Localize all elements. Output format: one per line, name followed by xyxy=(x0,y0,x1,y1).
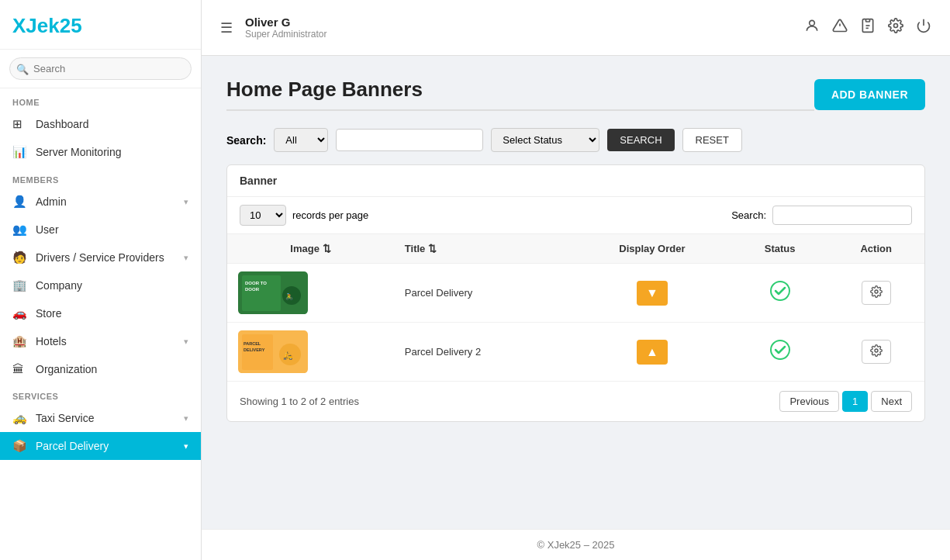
sidebar-item-taxi-service[interactable]: 🚕 Taxi Service ▾ xyxy=(0,404,201,432)
display-order-1: ▼ xyxy=(572,264,732,323)
svg-point-22 xyxy=(771,340,789,359)
clipboard-icon[interactable] xyxy=(860,18,876,37)
svg-point-6 xyxy=(894,24,898,28)
records-label: records per page xyxy=(292,209,368,221)
profile-icon[interactable] xyxy=(804,18,820,37)
taxi-icon: 🚕 xyxy=(12,411,28,425)
sidebar-item-label: Drivers / Service Providers xyxy=(36,251,184,264)
display-order-up-button-2[interactable]: ▲ xyxy=(637,340,668,365)
filter-text-input[interactable] xyxy=(336,129,483,151)
brand-name-prefix: XJek xyxy=(12,14,60,37)
table-card-title: Banner xyxy=(227,165,924,197)
topbar-actions xyxy=(804,18,931,37)
svg-rect-17 xyxy=(242,334,273,370)
svg-text:🚴: 🚴 xyxy=(285,292,293,300)
svg-text:DELIVERY: DELIVERY xyxy=(244,347,265,352)
col-title[interactable]: Title ⇅ xyxy=(394,234,572,264)
chevron-down-icon: ▾ xyxy=(184,413,188,423)
store-icon: 🚗 xyxy=(12,306,28,320)
table-row: PARCEL DELIVERY 🛵 Parcel Delivery 2 ▲ xyxy=(227,323,924,382)
power-icon[interactable] xyxy=(916,18,931,37)
banner-svg-1: DOOR TO DOOR 🚴 xyxy=(239,272,307,314)
next-page-button[interactable]: Next xyxy=(871,391,912,412)
table-search-input[interactable] xyxy=(772,206,912,225)
sidebar-search-section: 🔍 xyxy=(0,50,201,88)
filter-status-select[interactable]: Select Status Active Inactive xyxy=(491,128,599,152)
sidebar-item-user[interactable]: 👥 User xyxy=(0,216,201,244)
add-banner-button[interactable]: ADD BANNER xyxy=(814,79,925,110)
svg-point-14 xyxy=(771,282,789,300)
sidebar-item-dashboard[interactable]: ⊞ Dashboard xyxy=(0,110,201,138)
filter-label: Search: xyxy=(226,134,266,147)
banner-image-1: DOOR TO DOOR 🚴 xyxy=(238,271,308,314)
banner-image-2: PARCEL DELIVERY 🛵 xyxy=(238,330,308,373)
drivers-icon: 🧑 xyxy=(12,251,28,264)
organization-icon: 🏛 xyxy=(12,362,28,375)
search-input[interactable] xyxy=(9,57,192,80)
banner-image-cell: PARCEL DELIVERY 🛵 xyxy=(227,323,394,382)
banner-title-1: Parcel Delivery xyxy=(394,264,572,323)
svg-text:DOOR TO: DOOR TO xyxy=(245,281,267,285)
action-cell-1 xyxy=(827,264,924,323)
banners-table: Image ⇅ Title ⇅ Display Order Status Act… xyxy=(227,234,924,382)
filter-all-select[interactable]: All xyxy=(274,128,328,152)
records-select[interactable]: 10 25 50 100 xyxy=(240,205,286,226)
brand-name-suffix: 25 xyxy=(60,14,82,37)
alert-icon[interactable] xyxy=(832,18,848,37)
status-cell-2 xyxy=(732,323,827,382)
sidebar-item-drivers-service-providers[interactable]: 🧑 Drivers / Service Providers ▾ xyxy=(0,244,201,271)
server-monitoring-icon: 📊 xyxy=(12,145,28,159)
table-header-row: Image ⇅ Title ⇅ Display Order Status Act… xyxy=(227,234,924,264)
sort-icon: ⇅ xyxy=(323,243,331,254)
action-gear-button-1[interactable] xyxy=(862,281,891,305)
svg-point-15 xyxy=(875,290,878,293)
parcel-icon: 📦 xyxy=(12,439,28,453)
col-image[interactable]: Image ⇅ xyxy=(227,234,394,264)
sort-icon: ⇅ xyxy=(428,243,437,254)
banner-image-cell: DOOR TO DOOR 🚴 xyxy=(227,264,394,323)
search-button[interactable]: SEARCH xyxy=(607,129,674,151)
display-order-2: ▲ xyxy=(572,323,732,382)
banner-svg-2: PARCEL DELIVERY 🛵 xyxy=(239,331,307,373)
sidebar-item-label: User xyxy=(36,223,188,236)
svg-rect-3 xyxy=(866,19,870,22)
action-gear-button-2[interactable] xyxy=(862,340,891,364)
section-label-members: MEMBERS xyxy=(0,166,201,188)
previous-page-button[interactable]: Previous xyxy=(779,391,839,412)
sidebar-item-label: Company xyxy=(36,279,188,292)
sidebar-item-store[interactable]: 🚗 Store xyxy=(0,299,201,327)
sidebar-item-parcel-delivery[interactable]: 📦 Parcel Delivery ▾ xyxy=(0,432,201,460)
svg-text:DOOR: DOOR xyxy=(245,287,260,292)
table-footer: Showing 1 to 2 of 2 entries Previous 1 N… xyxy=(227,382,924,421)
col-display-order: Display Order xyxy=(572,234,732,264)
sidebar-item-admin[interactable]: 👤 Admin ▾ xyxy=(0,188,201,216)
display-order-down-button-1[interactable]: ▼ xyxy=(637,281,668,306)
table-controls: 10 25 50 100 records per page Search: xyxy=(227,197,924,234)
sidebar-item-label: Dashboard xyxy=(36,118,188,130)
sidebar: XJek25 🔍 HOME ⊞ Dashboard 📊 Server Monit… xyxy=(0,0,202,560)
sidebar-item-organization[interactable]: 🏛 Organization xyxy=(0,355,201,382)
user-name: Oliver G xyxy=(245,16,804,29)
page-1-button[interactable]: 1 xyxy=(842,391,868,412)
sidebar-item-hotels[interactable]: 🏨 Hotels ▾ xyxy=(0,327,201,355)
user-role: Super Administrator xyxy=(245,29,804,40)
sidebar-item-label: Taxi Service xyxy=(36,412,184,424)
filter-bar: Search: All Select Status Active Inactiv… xyxy=(226,128,925,152)
company-icon: 🏢 xyxy=(12,278,28,292)
topbar: ☰ Oliver G Super Administrator xyxy=(202,0,950,56)
sidebar-item-company[interactable]: 🏢 Company xyxy=(0,271,201,299)
sidebar-item-label: Parcel Delivery xyxy=(36,440,184,452)
table-search: Search: xyxy=(731,206,912,225)
chevron-down-icon: ▾ xyxy=(184,337,188,347)
banners-table-card: Banner 10 25 50 100 records per page Sea… xyxy=(226,164,925,422)
user-info: Oliver G Super Administrator xyxy=(245,16,804,40)
menu-toggle-icon[interactable]: ☰ xyxy=(220,19,233,36)
col-action: Action xyxy=(827,234,924,264)
section-label-home: HOME xyxy=(0,88,201,110)
gear-icon[interactable] xyxy=(888,18,903,37)
reset-button[interactable]: RESET xyxy=(682,128,742,152)
pagination: Previous 1 Next xyxy=(779,391,912,412)
admin-icon: 👤 xyxy=(12,195,28,209)
banner-title-2: Parcel Delivery 2 xyxy=(394,323,572,382)
sidebar-item-server-monitoring[interactable]: 📊 Server Monitoring xyxy=(0,138,201,166)
